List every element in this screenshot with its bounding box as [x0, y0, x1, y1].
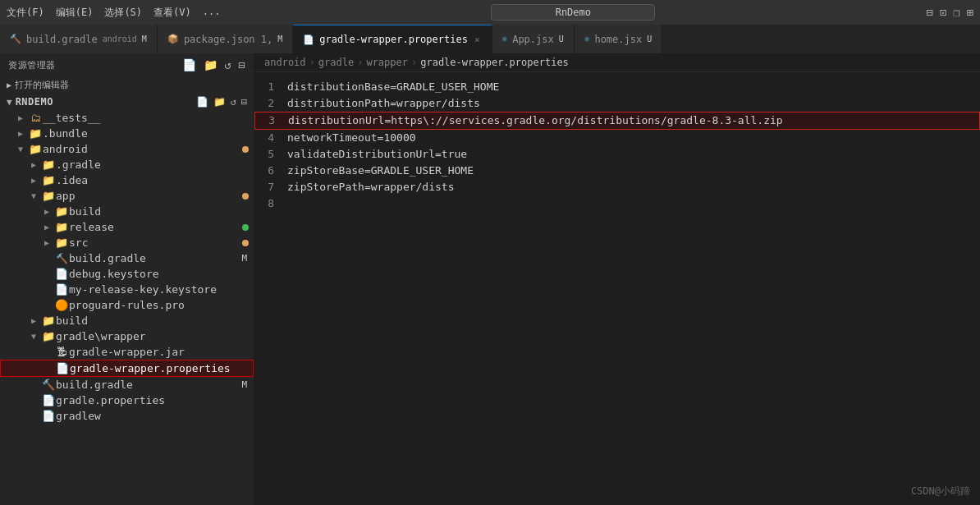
tree-item-gradle-wrapper-folder[interactable]: ▼ 📁 gradle\wrapper [0, 328, 254, 344]
restore-button[interactable]: ❐ [953, 6, 959, 19]
breadcrumb-sep-1: › [309, 57, 315, 68]
open-editors-section[interactable]: ▶ 打开的编辑器 [0, 76, 254, 94]
tree-item-build-gradle-root[interactable]: 🔨 build.gradle M [0, 377, 254, 393]
tree-label: src [69, 236, 242, 249]
folder-icon: 📁 [28, 127, 43, 140]
code-area[interactable]: 1 distributionBase=GRADLE_USER_HOME 2 di… [254, 72, 980, 505]
search-area: RnDemo [220, 4, 926, 21]
tab-home-jsx-badge: U [647, 34, 652, 44]
modified-badge [242, 193, 249, 200]
folder-icon: 📁 [54, 205, 69, 218]
proguard-icon: 🟠 [54, 299, 69, 311]
app-jsx-icon: ⚛ [502, 34, 508, 44]
tab-gradle-wrapper[interactable]: 📄 gradle-wrapper.properties × [293, 25, 492, 53]
tree-item-app-build-gradle[interactable]: 🔨 build.gradle M [0, 250, 254, 266]
code-line-4: 4 networkTimeout=10000 [254, 130, 980, 146]
tree-item-app[interactable]: ▼ 📁 app [0, 188, 254, 204]
tree-item-debug-keystore[interactable]: 📄 debug.keystore [0, 266, 254, 282]
tab-app-jsx[interactable]: ⚛ App.jsx U [492, 25, 575, 53]
tab-app-jsx-badge: U [559, 34, 564, 44]
chevron-icon: ▼ [26, 191, 41, 200]
search-box[interactable]: RnDemo [491, 4, 655, 21]
chevron-icon: ▶ [39, 207, 54, 216]
sidebar: 资源管理器 📄 📁 ↺ ⊟ ▶ 打开的编辑器 ▼ RNDEMO 📄 📁 ↺ ⊟ [0, 53, 254, 505]
folder-icon: 📁 [41, 314, 56, 327]
line-number: 3 [255, 112, 288, 129]
chevron-icon: ▶ [26, 316, 41, 325]
breadcrumb-sep-2: › [357, 57, 363, 68]
tree-item-android[interactable]: ▼ 📁 android [0, 141, 254, 157]
tab-home-jsx[interactable]: ⚛ home.jsx U [575, 25, 662, 53]
tree-item-proguard[interactable]: 🟠 proguard-rules.pro [0, 297, 254, 313]
menu-more[interactable]: ... [203, 6, 221, 20]
file-tree: ▶ 🗂 __tests__ ▶ 📁 .bundle ▼ 📁 android ▶ [0, 110, 254, 505]
release-key-icon: 📄 [54, 283, 69, 296]
line-number: 6 [254, 163, 287, 179]
refresh-btn[interactable]: ↺ [231, 96, 236, 108]
tree-item-build2[interactable]: ▶ 📁 build [0, 313, 254, 328]
tree-item-release-key[interactable]: 📄 my-release-key.keystore [0, 282, 254, 297]
tree-item-gradlew[interactable]: 📄 gradlew [0, 408, 254, 424]
chevron-icon: ▼ [13, 145, 28, 154]
tree-modified: M [241, 379, 247, 390]
tree-label: gradle-wrapper.properties [70, 362, 253, 374]
gradlew-icon: 📄 [41, 410, 56, 422]
tree-item-gradle-wrapper-props[interactable]: 📄 gradle-wrapper.properties [0, 360, 254, 377]
menu-edit[interactable]: 编辑(E) [56, 6, 94, 20]
new-file-btn[interactable]: 📄 [196, 96, 208, 108]
breadcrumb-android[interactable]: android [264, 57, 306, 68]
tree-item-tests[interactable]: ▶ 🗂 __tests__ [0, 110, 254, 126]
gradle-icon: 🔨 [54, 253, 69, 264]
gradle-icon: 🔨 [41, 379, 56, 391]
tree-label: .bundle [43, 127, 254, 140]
tree-item-idea[interactable]: ▶ 📁 .idea [0, 172, 254, 188]
breadcrumb-sep-3: › [411, 57, 417, 68]
tree-item-release[interactable]: ▶ 📁 release [0, 219, 254, 235]
collapse-btn[interactable]: ⊟ [241, 96, 247, 108]
minimize-button[interactable]: ⊟ [926, 6, 932, 19]
home-jsx-icon: ⚛ [584, 34, 590, 44]
project-chevron: ▼ [7, 97, 12, 108]
project-root[interactable]: ▼ RNDEMO 📄 📁 ↺ ⊟ [0, 94, 254, 110]
breadcrumb: android › gradle › wrapper › gradle-wrap… [254, 53, 980, 72]
tab-package-json[interactable]: 📦 package.json 1, M [158, 25, 293, 53]
props-icon: 📄 [55, 362, 70, 374]
project-label: RNDEMO [16, 96, 53, 108]
maximize-button[interactable]: ⊡ [940, 6, 946, 19]
folder-icon: 📁 [41, 330, 56, 342]
line-number: 2 [254, 95, 287, 112]
tree-label: gradle.properties [56, 394, 254, 406]
new-folder-btn[interactable]: 📁 [213, 96, 226, 108]
breadcrumb-wrapper[interactable]: wrapper [366, 57, 408, 68]
tree-label: my-release-key.keystore [69, 283, 254, 296]
tab-gradle-wrapper-close[interactable]: × [473, 34, 482, 46]
tree-item-build-sub[interactable]: ▶ 📁 build [0, 204, 254, 219]
layout-button[interactable]: ⊞ [967, 6, 973, 19]
new-folder-icon[interactable]: 📁 [204, 58, 218, 71]
menu-file[interactable]: 文件(F) [7, 6, 44, 20]
code-line-3: 3 distributionUrl=https\://services.grad… [254, 112, 980, 130]
tree-item-bundle[interactable]: ▶ 📁 .bundle [0, 126, 254, 141]
tree-label: build [69, 205, 254, 218]
menu-view[interactable]: 查看(V) [153, 6, 191, 20]
main-area: 资源管理器 📄 📁 ↺ ⊟ ▶ 打开的编辑器 ▼ RNDEMO 📄 📁 ↺ ⊟ [0, 53, 980, 505]
sidebar-title: 资源管理器 [8, 59, 56, 71]
tree-item-gradle[interactable]: ▶ 📁 .gradle [0, 157, 254, 172]
folder-icon: 📁 [28, 143, 43, 155]
menu-bar[interactable]: 文件(F) 编辑(E) 选择(S) 查看(V) ... [7, 6, 220, 20]
tree-item-gradle-props[interactable]: 📄 gradle.properties [0, 393, 254, 408]
code-line-5: 5 validateDistributionUrl=true [254, 146, 980, 163]
tree-label: debug.keystore [69, 268, 254, 280]
window-controls[interactable]: ⊟ ⊡ ❐ ⊞ [926, 6, 973, 19]
tree-item-gradle-wrapper-jar[interactable]: 🗜 gradle-wrapper.jar [0, 344, 254, 360]
tab-build-gradle[interactable]: 🔨 build.gradle android M [0, 25, 158, 53]
open-editors-label: 打开的编辑器 [15, 79, 69, 91]
new-file-icon[interactable]: 📄 [182, 58, 197, 71]
tree-item-src[interactable]: ▶ 📁 src [0, 235, 254, 250]
collapse-icon[interactable]: ⊟ [238, 58, 245, 71]
menu-select[interactable]: 选择(S) [104, 6, 142, 20]
props-icon: 📄 [41, 394, 56, 406]
refresh-icon[interactable]: ↺ [224, 58, 231, 71]
breadcrumb-gradle[interactable]: gradle [318, 57, 354, 68]
tree-label: .gradle [56, 158, 254, 171]
